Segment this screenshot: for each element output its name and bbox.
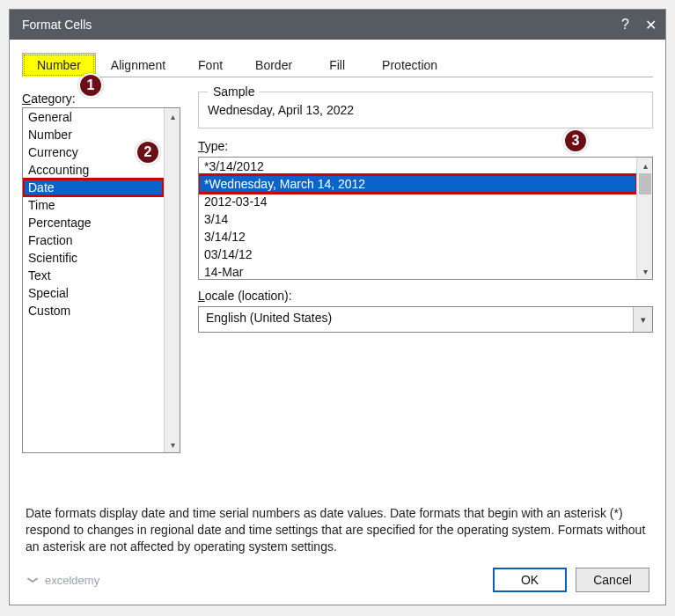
category-item-special[interactable]: Special [23,284,164,302]
tab-alignment[interactable]: Alignment [96,53,180,77]
right-column: Sample Wednesday, April 13, 2022 Type: 3… [198,92,653,486]
category-item-date[interactable]: Date [23,179,164,196]
type-item-2[interactable]: 2012-03-14 [199,193,636,210]
cancel-button[interactable]: Cancel [576,568,649,592]
category-item-scientific[interactable]: Scientific [23,249,164,267]
category-item-percentage[interactable]: Percentage [23,214,164,231]
titlebar: Format Cells ? ✕ [10,10,665,40]
tab-fill[interactable]: Fill [307,53,367,77]
type-item-6[interactable]: 14-Mar [199,263,636,279]
locale-value: English (United States) [199,307,633,332]
category-scrollbar[interactable]: ▴ ▾ [164,108,180,452]
annotation-badge-3: 3 [563,128,588,153]
main-columns: Category: General Number Currency Accoun… [22,92,653,486]
chevron-down-icon[interactable]: ▾ [633,307,652,332]
dialog-title: Format Cells [22,18,621,32]
dialog-content: Number Alignment Font Border Fill Protec… [10,40,665,605]
tabstrip: Number Alignment Font Border Fill Protec… [22,52,653,77]
tab-border[interactable]: Border [240,53,307,77]
footer: exceldemy OK Cancel [22,559,653,596]
category-item-custom[interactable]: Custom [23,302,164,319]
scroll-up-icon[interactable]: ▴ [637,158,653,173]
description-text: Date formats display date and time seria… [22,486,653,559]
type-item-5[interactable]: 03/14/12 [199,246,636,263]
left-column: Category: General Number Currency Accoun… [22,92,180,486]
scroll-down-icon[interactable]: ▾ [165,436,180,452]
type-list[interactable]: *3/14/2012 *Wednesday, March 14, 2012 20… [198,157,653,280]
category-item-fraction[interactable]: Fraction [23,231,164,249]
help-button[interactable]: ? [621,17,629,33]
logo-icon [26,573,40,587]
type-scrollbar[interactable]: ▴ ▾ [636,158,652,279]
format-cells-dialog: Format Cells ? ✕ Number Alignment Font B… [9,9,666,605]
type-item-4[interactable]: 3/14/12 [199,228,636,246]
scroll-thumb[interactable] [639,173,651,194]
scroll-up-icon[interactable]: ▴ [165,108,180,124]
sample-legend: Sample [208,84,260,99]
category-list[interactable]: General Number Currency Accounting Date … [22,107,180,453]
annotation-badge-2: 2 [136,140,160,165]
locale-select[interactable]: English (United States) ▾ [198,306,653,333]
category-item-text[interactable]: Text [23,267,164,284]
type-list-inner: *3/14/2012 *Wednesday, March 14, 2012 20… [199,158,636,279]
ok-button[interactable]: OK [493,568,567,592]
type-item-3[interactable]: 3/14 [199,210,636,228]
scroll-down-icon[interactable]: ▾ [637,263,653,279]
sample-value: Wednesday, April 13, 2022 [208,99,643,117]
watermark-text: exceldemy [45,574,99,587]
category-item-general[interactable]: General [23,108,164,126]
locale-label: Locale (location): [198,289,653,303]
type-item-1[interactable]: *Wednesday, March 14, 2012 [199,175,636,193]
type-item-0[interactable]: *3/14/2012 [199,158,636,175]
tab-font[interactable]: Font [180,53,240,77]
close-button[interactable]: ✕ [645,17,657,33]
tab-protection[interactable]: Protection [367,53,452,77]
sample-frame: Sample Wednesday, April 13, 2022 [198,92,653,128]
watermark: exceldemy [26,573,484,587]
category-item-time[interactable]: Time [23,196,164,214]
category-label: Category: [22,92,180,106]
number-tab-body: Category: General Number Currency Accoun… [22,77,653,596]
annotation-badge-1: 1 [78,73,103,98]
